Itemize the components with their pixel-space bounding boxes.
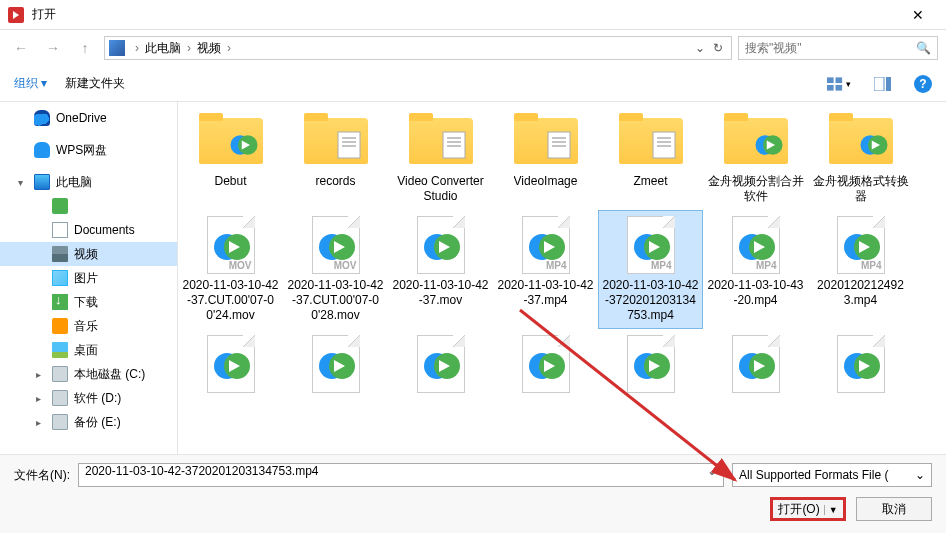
green-icon [52,198,68,214]
sidebar-item-此电脑[interactable]: ▾此电脑 [0,170,177,194]
close-icon[interactable]: ✕ [898,7,938,23]
file-item[interactable]: MOV2020-11-03-10-42-37.CUT.00'07-00'28.m… [283,210,388,329]
file-label: records [315,174,355,189]
folder-item[interactable]: 金舟视频分割合并软件 [703,106,808,210]
nav-forward-button[interactable]: → [40,35,66,61]
file-thumbnail [822,112,900,170]
file-label: 2020-11-03-10-42-37.CUT.00'07-00'28.mov [287,278,384,323]
file-item[interactable] [388,329,493,403]
cancel-button[interactable]: 取消 [856,497,932,521]
refresh-icon[interactable]: ↻ [709,41,727,55]
folder-item[interactable]: Zmeet [598,106,703,210]
file-thumbnail [612,335,690,393]
search-input[interactable] [745,41,916,55]
file-item[interactable] [283,329,388,403]
sidebar-item-下载[interactable]: 下载 [0,290,177,314]
file-label: 2020-11-03-10-43-20.mp4 [707,278,804,308]
toolbar: 组织 ▾ 新建文件夹 ▾ ? [0,66,946,102]
organize-button[interactable]: 组织 ▾ [14,75,47,92]
search-box[interactable]: 🔍 [738,36,938,60]
file-label: 2020-11-03-10-42-37.mov [392,278,489,308]
folder-item[interactable]: Video Converter Studio [388,106,493,210]
file-item[interactable]: MP42020-11-03-10-43-20.mp4 [703,210,808,329]
svg-rect-12 [443,132,465,158]
filename-value: 2020-11-03-10-42-3720201203134753.mp4 [85,464,319,478]
view-mode-button[interactable]: ▾ [826,73,852,95]
file-item[interactable] [808,329,913,403]
sidebar-item-label: 视频 [74,246,98,263]
doc-icon [52,222,68,238]
search-icon[interactable]: 🔍 [916,41,931,55]
folder-item[interactable]: Debut [178,106,283,210]
file-label: Debut [214,174,246,189]
file-item[interactable] [178,329,283,403]
file-thumbnail [507,335,585,393]
new-folder-button[interactable]: 新建文件夹 [65,75,125,92]
file-item[interactable] [703,329,808,403]
folder-item[interactable]: 金舟视频格式转换器 [808,106,913,210]
file-label: Video Converter Studio [392,174,489,204]
sidebar-item-桌面[interactable]: 桌面 [0,338,177,362]
breadcrumb[interactable]: › 此电脑 › 视频 › ⌄ ↻ [104,36,732,60]
sidebar-item-视频[interactable]: 视频 [0,242,177,266]
file-item[interactable] [493,329,598,403]
nav-bar: ← → ↑ › 此电脑 › 视频 › ⌄ ↻ 🔍 [0,30,946,66]
file-thumbnail: MP4 [717,216,795,274]
filename-dropdown-icon[interactable]: ⌄ [707,464,717,478]
file-item[interactable]: MP42020-11-03-10-42-37.mp4 [493,210,598,329]
sidebar-item-本地磁盘 (C:)[interactable]: ▸本地磁盘 (C:) [0,362,177,386]
filename-input[interactable]: 2020-11-03-10-42-3720201203134753.mp4 ⌄ [78,463,724,487]
breadcrumb-item[interactable]: 此电脑 [145,40,181,57]
expand-icon[interactable]: ▸ [36,393,46,404]
onedrive-icon [34,110,50,126]
filter-value: All Supported Formats File ( [739,468,888,482]
music-icon [52,318,68,334]
file-ext-label: MP4 [861,260,882,271]
file-item[interactable]: MP42020-11-03-10-42-3720201203134753.mp4 [598,210,703,329]
filter-dropdown-icon[interactable]: ⌄ [915,468,925,482]
folder-item[interactable]: records [283,106,388,210]
preview-pane-button[interactable] [870,73,896,95]
sidebar-item-图片[interactable]: 图片 [0,266,177,290]
disk-icon [52,366,68,382]
file-filter-dropdown[interactable]: All Supported Formats File ( ⌄ [732,463,932,487]
file-thumbnail [402,335,480,393]
expand-icon[interactable]: ▸ [36,417,46,428]
file-ext-label: MP4 [651,260,672,271]
sidebar-item-OneDrive[interactable]: OneDrive [0,106,177,130]
svg-rect-20 [653,132,675,158]
sidebar-item-备份 (E:)[interactable]: ▸备份 (E:) [0,410,177,434]
vid-icon [52,246,68,262]
breadcrumb-dropdown-icon[interactable]: ⌄ [691,41,709,55]
svg-rect-4 [874,77,884,91]
file-item[interactable] [598,329,703,403]
sidebar-item-WPS网盘[interactable]: WPS网盘 [0,138,177,162]
folder-item[interactable]: VideoImage [493,106,598,210]
breadcrumb-sep: › [181,41,197,55]
file-label: 2020-11-03-10-42-3720201203134753.mp4 [602,278,699,323]
file-thumbnail [297,335,375,393]
sidebar-item-软件 (D:)[interactable]: ▸软件 (D:) [0,386,177,410]
file-label: 2020120212492 3.mp4 [812,278,909,308]
sidebar-item-音乐[interactable]: 音乐 [0,314,177,338]
breadcrumb-item[interactable]: 视频 [197,40,221,57]
sidebar-item-label: WPS网盘 [56,142,107,159]
sidebar-item-3[interactable] [0,194,177,218]
window-title: 打开 [32,6,898,23]
nav-back-button[interactable]: ← [8,35,34,61]
file-item[interactable]: MP42020120212492 3.mp4 [808,210,913,329]
sidebar-item-label: 图片 [74,270,98,287]
sidebar-item-Documents[interactable]: Documents [0,218,177,242]
file-item[interactable]: MOV2020-11-03-10-42-37.CUT.00'07-00'24.m… [178,210,283,329]
sidebar-item-label: 音乐 [74,318,98,335]
help-icon[interactable]: ? [914,75,932,93]
expand-icon[interactable]: ▸ [36,369,46,380]
file-ext-label: MP4 [756,260,777,271]
file-ext-label: MOV [229,260,252,271]
open-button[interactable]: 打开(O)▼ [770,497,846,521]
file-thumbnail [717,335,795,393]
nav-up-button[interactable]: ↑ [72,35,98,61]
file-thumbnail [192,112,270,170]
file-item[interactable]: 2020-11-03-10-42-37.mov [388,210,493,329]
expand-icon[interactable]: ▾ [18,177,28,188]
